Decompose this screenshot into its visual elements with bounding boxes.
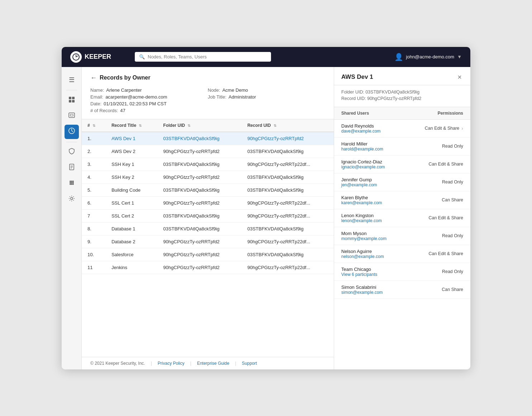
search-input[interactable]: [148, 54, 267, 59]
cell-num: 1.: [82, 132, 106, 145]
permission-value: Read Only: [442, 144, 463, 149]
shared-user-row[interactable]: Jennifer Gumpjen@example.comRead Only: [334, 173, 470, 191]
svg-point-21: [71, 197, 73, 200]
records-table-wrapper: # ⇅ Record Title ⇅ Folder UID ⇅ Record U…: [82, 119, 334, 357]
table-row[interactable]: 3.SSH Key 103STBFKVDAtlQa8ckSf9ig90hgCPG…: [82, 158, 334, 171]
permission-col: Read Only: [442, 144, 463, 149]
security-icon: [68, 148, 75, 157]
sidebar-item-vault[interactable]: [65, 109, 79, 123]
permission-col: Read Only: [442, 180, 463, 185]
team-link[interactable]: View 6 participants: [341, 272, 377, 277]
header: KEEPER 🔍 👤 john@acme-demo.com ▼: [62, 47, 470, 67]
table-row[interactable]: 8.Database 103STBFKVDAtlQa8ckSf9ig03STBF…: [82, 222, 334, 235]
cell-num: 5.: [82, 183, 106, 196]
svg-point-17: [72, 182, 74, 183]
table-row[interactable]: 11Jenkins90hgCPGtzzTy-ozRRTpfd290hgCPGtz…: [82, 261, 334, 274]
cell-title: Salesforce: [106, 248, 157, 261]
enterprise-guide-link[interactable]: Enterprise Guide: [197, 361, 229, 366]
permission-col: Can Edit & Share›: [425, 125, 463, 131]
svg-rect-6: [70, 114, 73, 116]
shared-user-row[interactable]: Team ChicagoView 6 participantsRead Only: [334, 263, 470, 281]
user-email: ignacio@example.com: [341, 164, 385, 169]
cell-record-uid: 03STBFKVDAtlQa8ckSf9ig: [242, 222, 334, 235]
cell-record-uid: 90hgCPGtzzTy-ozRRTp22df...: [242, 209, 334, 222]
user-name: Karen Blythe: [341, 195, 382, 200]
cell-record-uid: 90hgCPGtzzTy-ozRRTp22df...: [242, 158, 334, 171]
user-email: john@acme-demo.com: [406, 54, 455, 59]
node-label: Node:: [208, 87, 220, 93]
sidebar-item-reports[interactable]: [65, 125, 79, 139]
cell-folder-uid: 90hgCPGtzzTy-ozRRTpfd2: [157, 196, 242, 209]
shared-user-row[interactable]: David Reynoldsdave@example.comCan Edit &…: [334, 120, 470, 138]
cell-record-uid: 90hgCPGtzzTy-ozRRTp22df...: [242, 196, 334, 209]
col-num[interactable]: # ⇅: [82, 119, 106, 132]
table-row[interactable]: 1.AWS Dev 103STBFKVDAtlQa8ckSf9ig90hgCPG…: [82, 132, 334, 145]
records-count-value: 47: [120, 108, 125, 113]
cell-folder-uid: 90hgCPGtzzTy-ozRRTpfd2: [157, 145, 242, 158]
node-value: Acme Demo: [222, 87, 248, 93]
cell-title: AWS Dev 1: [106, 132, 157, 145]
cell-folder-uid: 90hgCPGtzzTy-ozRRTpfd2: [157, 235, 242, 248]
shared-user-row[interactable]: Simon Scalabrinisimon@example.comCan Sha…: [334, 281, 470, 299]
permission-value: Read Only: [442, 233, 463, 238]
records-count-label: # of Records:: [90, 108, 118, 113]
svg-point-14: [72, 181, 74, 182]
table-row[interactable]: 6.SSL Cert 190hgCPGtzzTy-ozRRTpfd290hgCP…: [82, 196, 334, 209]
privacy-policy-link[interactable]: Privacy Policy: [158, 361, 185, 366]
close-button[interactable]: ×: [456, 73, 463, 81]
apps-icon: [68, 179, 75, 188]
table-row[interactable]: 7SSL Cert 203STBFKVDAtlQa8ckSf9ig90hgCPG…: [82, 209, 334, 222]
reports-icon: [68, 127, 75, 136]
permission-col: Can Share: [442, 197, 463, 202]
shared-user-row[interactable]: Mom Mysonmommy@example.comRead Only: [334, 227, 470, 245]
shared-user-row[interactable]: Karen Blythekaren@example.comCan Share: [334, 191, 470, 209]
table-row[interactable]: 5.Building Code03STBFKVDAtlQa8ckSf9ig03S…: [82, 183, 334, 196]
settings-icon: [68, 195, 75, 204]
detail-title: AWS Dev 1: [341, 73, 373, 81]
cell-title: SSH Key 2: [106, 171, 157, 183]
col-title[interactable]: Record Title ⇅: [106, 119, 157, 132]
shared-user-row[interactable]: Ignacio Cortez-Diazignacio@example.comCa…: [334, 156, 470, 173]
shared-user-row[interactable]: Harold Millerharold@example.comRead Only: [334, 138, 470, 156]
table-row[interactable]: 4.SSH Key 290hgCPGtzzTy-ozRRTpfd203STBFK…: [82, 171, 334, 183]
support-link[interactable]: Support: [242, 361, 257, 366]
sidebar-divider-1: [66, 90, 77, 90]
permission-value: Read Only: [442, 180, 463, 185]
user-info-col: Team ChicagoView 6 participants: [341, 267, 377, 277]
back-arrow[interactable]: ←: [90, 74, 97, 82]
cell-title: SSL Cert 2: [106, 209, 157, 222]
permission-col: Read Only: [442, 269, 463, 274]
sidebar-item-apps[interactable]: [65, 177, 79, 191]
cell-folder-uid: 03STBFKVDAtlQa8ckSf9ig: [157, 183, 242, 196]
search-bar[interactable]: 🔍: [135, 52, 271, 62]
sidebar-item-security[interactable]: [65, 145, 79, 159]
cell-title: Building Code: [106, 183, 157, 196]
user-dropdown-icon[interactable]: ▼: [457, 54, 462, 59]
shared-users-col-label: Shared Users: [341, 111, 369, 116]
sidebar-item-settings[interactable]: [65, 192, 79, 207]
sidebar-item-dashboard[interactable]: [65, 93, 79, 107]
user-email: harold@example.com: [341, 147, 383, 152]
table-row[interactable]: 2.AWS Dev 290hgCPGtzzTy-ozRRTpfd203STBFK…: [82, 145, 334, 158]
cell-record-uid: 03STBFKVDAtlQa8ckSf9ig: [242, 183, 334, 196]
detail-panel: AWS Dev 1 × Folder UID: 03STBFKVDAtlQa8c…: [334, 67, 470, 369]
cell-folder-uid: 03STBFKVDAtlQa8ckSf9ig: [157, 222, 242, 235]
main-layout: ☰: [62, 67, 470, 369]
cell-record-uid: 90hgCPGtzzTy-ozRRTp22df...: [242, 235, 334, 248]
cell-folder-uid: 90hgCPGtzzTy-ozRRTpfd2: [157, 248, 242, 261]
cell-record-uid: 90hgCPGtzzTy-ozRRTp22df...: [242, 261, 334, 274]
record-uid-value: 90hgCPGtzzTy-ozRRTpfd2: [367, 96, 421, 101]
table-row[interactable]: 10.Salesforce90hgCPGtzzTy-ozRRTpfd203STB…: [82, 248, 334, 261]
col-folder-uid[interactable]: Folder UID ⇅: [157, 119, 242, 132]
table-row[interactable]: 9.Database 290hgCPGtzzTy-ozRRTpfd290hgCP…: [82, 235, 334, 248]
cell-num: 11: [82, 261, 106, 274]
sidebar-item-docs[interactable]: [65, 161, 79, 175]
user-name: Jennifer Gump: [341, 177, 377, 182]
col-record-uid[interactable]: Record UID ⇅: [242, 119, 334, 132]
shared-user-row[interactable]: Lenon Kingstonlenon@example.comCan Edit …: [334, 209, 470, 227]
shared-user-row[interactable]: Nelson Aguirrenelson@example.comCan Edit…: [334, 245, 470, 263]
cell-num: 6.: [82, 196, 106, 209]
cell-num: 7: [82, 209, 106, 222]
user-email: nelson@example.com: [341, 254, 384, 259]
sidebar-item-menu[interactable]: ☰: [65, 73, 79, 87]
